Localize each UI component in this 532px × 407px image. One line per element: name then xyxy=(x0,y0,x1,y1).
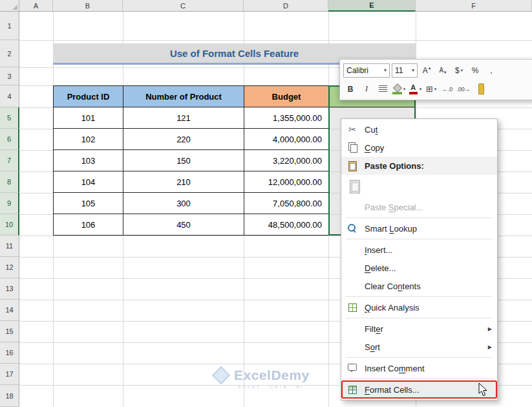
column-header-a[interactable]: A xyxy=(19,0,53,12)
chevron-down-icon: ▾ xyxy=(461,68,463,73)
table-row: 105 300 7,050,800.00 xyxy=(54,193,329,214)
row-header-4[interactable]: 4 xyxy=(0,85,19,107)
font-size-select[interactable]: 11 ▾ xyxy=(392,63,418,78)
font-color-icon: A xyxy=(409,84,418,94)
column-header-row: A B C D E F xyxy=(0,0,532,12)
row-header-9[interactable]: 9 xyxy=(0,193,19,214)
row-header-3[interactable]: 3 xyxy=(0,67,19,85)
grow-font-icon: A xyxy=(423,66,428,75)
cell-c9[interactable]: 300 xyxy=(123,193,244,214)
row-header-17[interactable]: 17 xyxy=(0,364,19,385)
up-arrow-icon: ▴ xyxy=(429,65,431,71)
row-header-8[interactable]: 8 xyxy=(0,171,19,193)
menu-item-sort[interactable]: Sort ▶ xyxy=(341,338,497,356)
cell-c8[interactable]: 210 xyxy=(123,171,244,193)
menu-item-paste[interactable] xyxy=(341,175,497,198)
column-header-e-selected[interactable]: E xyxy=(328,0,416,12)
cell-c7[interactable]: 150 xyxy=(123,150,244,171)
cell-d9[interactable]: 7,050,800.00 xyxy=(244,193,329,214)
bold-button[interactable]: B xyxy=(343,82,357,96)
menu-item-cut[interactable]: ✂ Cut xyxy=(341,120,497,138)
cell-c6[interactable]: 220 xyxy=(123,129,244,150)
chevron-down-icon: ▾ xyxy=(384,67,387,73)
table-header-budget[interactable]: Budget xyxy=(244,86,329,107)
column-header-b[interactable]: B xyxy=(53,0,123,12)
comma-style-button[interactable]: , xyxy=(484,63,498,78)
cell-d7[interactable]: 3,220,000.00 xyxy=(244,150,329,171)
row-header-11[interactable]: 11 xyxy=(0,236,19,257)
format-cells-icon xyxy=(348,386,357,394)
row-header-16[interactable]: 16 xyxy=(0,342,19,364)
menu-item-smart-lookup[interactable]: Smart Lookup xyxy=(341,219,497,237)
decrease-decimal-button[interactable]: .00→ xyxy=(456,82,471,96)
cell-c10[interactable]: 450 xyxy=(123,214,244,236)
row-header-18[interactable]: 18 xyxy=(0,385,19,407)
font-name-value: Calibri xyxy=(346,66,368,75)
shrink-font-button[interactable]: A ▾ xyxy=(436,63,450,78)
row-header-15[interactable]: 15 xyxy=(0,321,19,342)
row-header-1[interactable]: 1 xyxy=(0,12,19,40)
cell-d10[interactable]: 48,500,000.00 xyxy=(244,214,329,236)
row-header-10[interactable]: 10 xyxy=(0,214,19,236)
fill-color-button[interactable]: ▾ xyxy=(392,82,406,96)
row-header-2[interactable]: 2 xyxy=(0,40,19,67)
cell-b8[interactable]: 104 xyxy=(54,171,123,193)
row-header-13[interactable]: 13 xyxy=(0,278,19,300)
percent-style-button[interactable]: % xyxy=(468,63,482,78)
table-header-number-of-product[interactable]: Number of Product xyxy=(123,86,244,107)
menu-item-delete[interactable]: Delete... xyxy=(341,259,497,277)
menu-item-filter[interactable]: Filter ▶ xyxy=(341,320,497,338)
table-row: 101 121 1,355,000.00 xyxy=(54,107,329,129)
italic-button[interactable]: I xyxy=(359,82,374,96)
submenu-arrow-icon: ▶ xyxy=(488,326,492,332)
clipboard-icon xyxy=(347,160,357,171)
row-header-6[interactable]: 6 xyxy=(0,129,19,150)
cut-icon: ✂ xyxy=(348,124,356,135)
menu-item-quick-analysis[interactable]: Quick Analysis xyxy=(341,298,497,316)
column-header-d[interactable]: D xyxy=(244,0,328,12)
menu-separator xyxy=(346,318,493,318)
cell-d8[interactable]: 12,000,000.00 xyxy=(244,171,329,193)
select-all-corner[interactable] xyxy=(0,0,19,12)
shrink-font-icon: A xyxy=(439,67,443,74)
font-color-button[interactable]: A ▾ xyxy=(408,82,422,96)
cell-c5[interactable]: 121 xyxy=(123,107,244,129)
menu-item-copy[interactable]: Copy xyxy=(341,138,497,157)
column-header-c[interactable]: C xyxy=(123,0,244,12)
accounting-format-button[interactable]: $ ▾ xyxy=(452,63,466,78)
borders-button[interactable]: ⊞ ▾ xyxy=(424,82,438,96)
font-size-value: 11 xyxy=(395,66,403,75)
row-header-5[interactable]: 5 xyxy=(0,107,19,129)
table-header-product-id[interactable]: Product ID xyxy=(54,86,123,107)
menu-item-paste-options: Paste Options: xyxy=(341,157,497,175)
chevron-down-icon: ▾ xyxy=(403,87,406,92)
menu-item-format-cells[interactable]: Format Cells... xyxy=(341,380,497,399)
cell-b9[interactable]: 105 xyxy=(54,193,123,214)
menu-item-clear-contents[interactable]: Clear Contents xyxy=(341,277,497,295)
dollar-icon: $ xyxy=(455,66,460,75)
menu-item-insert[interactable]: Insert... xyxy=(341,241,497,259)
format-painter-button[interactable] xyxy=(473,82,487,96)
grow-font-button[interactable]: A ▴ xyxy=(420,63,434,78)
align-icon xyxy=(379,85,387,93)
chevron-down-icon: ▾ xyxy=(412,67,414,73)
increase-decimal-button[interactable]: ←.0 xyxy=(440,82,454,96)
cell-d6[interactable]: 4,000,000.00 xyxy=(244,129,329,150)
paste-icon xyxy=(348,179,361,193)
row-header-14[interactable]: 14 xyxy=(0,300,19,321)
center-align-button[interactable] xyxy=(376,82,390,96)
row-header-7[interactable]: 7 xyxy=(0,150,19,171)
cell-b10[interactable]: 106 xyxy=(54,214,123,236)
cell-d5[interactable]: 1,355,000.00 xyxy=(244,107,329,129)
menu-item-insert-comment[interactable]: Insert Comment xyxy=(341,359,497,377)
font-name-select[interactable]: Calibri ▾ xyxy=(343,63,390,78)
submenu-arrow-icon: ▶ xyxy=(488,344,492,350)
menu-separator xyxy=(346,239,493,239)
cell-b5[interactable]: 101 xyxy=(54,107,123,129)
borders-icon: ⊞ xyxy=(426,84,433,94)
column-header-f[interactable]: F xyxy=(416,0,532,12)
cell-b7[interactable]: 103 xyxy=(54,150,123,171)
row-header-12[interactable]: 12 xyxy=(0,257,19,278)
cell-b6[interactable]: 102 xyxy=(54,129,123,150)
mouse-cursor xyxy=(478,383,487,399)
